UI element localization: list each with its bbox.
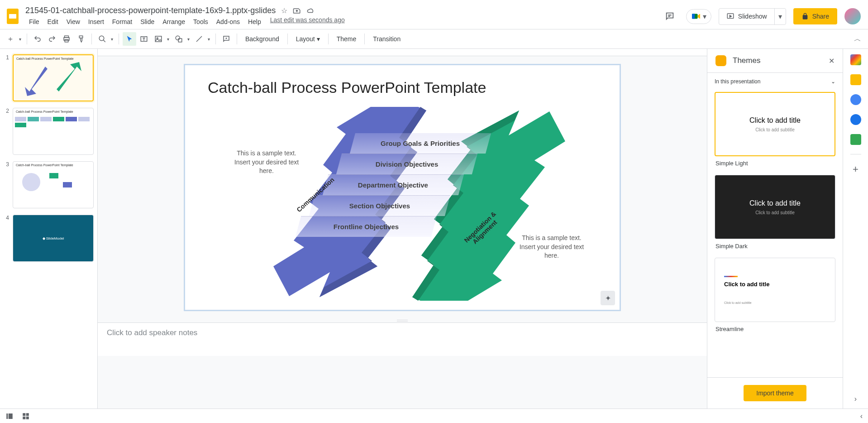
comments-icon[interactable] (661, 7, 679, 25)
menu-edit[interactable]: Edit (44, 16, 62, 27)
paint-format-button[interactable] (74, 32, 88, 46)
textbox-tool[interactable] (137, 32, 151, 46)
level-4[interactable]: Section Objectives (349, 202, 410, 210)
share-button[interactable]: Share (793, 8, 837, 24)
side-rail-collapse-icon[interactable]: › (854, 395, 857, 403)
line-tool[interactable] (192, 32, 206, 46)
document-title[interactable]: 21545-01-catchball-process-powerpoint-te… (25, 6, 276, 15)
slide-thumb-2[interactable]: Catch-ball Process PowerPoint Template (13, 108, 94, 155)
notes-placeholder: Click to add speaker notes (107, 328, 698, 337)
calendar-icon[interactable] (850, 54, 861, 65)
menu-view[interactable]: View (63, 16, 84, 27)
svg-rect-8 (155, 36, 162, 42)
svg-rect-12 (6, 413, 8, 419)
theme-streamline[interactable]: Click to add title Click to add subtitle… (715, 258, 835, 336)
collapse-filmstrip-icon[interactable]: ‹ (860, 412, 863, 420)
import-theme-button[interactable]: Import theme (744, 385, 806, 401)
thumb-number: 2 (4, 108, 9, 155)
menu-slide[interactable]: Slide (137, 16, 158, 27)
slide-thumb-3[interactable]: Catch-ball Process PowerPoint Template (13, 161, 94, 208)
menu-help[interactable]: Help (244, 16, 265, 27)
slide-thumb-4[interactable]: ◆ SlideModel (13, 215, 94, 262)
speaker-notes[interactable]: Click to add speaker notes (98, 322, 707, 356)
slide-title[interactable]: Catch-ball Process PowerPoint Template (208, 79, 486, 96)
meet-button[interactable]: ▾ (686, 9, 711, 24)
slide-thumb-1[interactable]: Catch-ball Process PowerPoint Template (13, 54, 94, 101)
title-area: 21545-01-catchball-process-powerpoint-te… (25, 6, 661, 27)
themes-title: Themes (733, 56, 822, 65)
grid-view-icon[interactable] (22, 412, 30, 420)
notes-divider[interactable] (98, 319, 707, 322)
zoom-dropdown[interactable]: ▾ (109, 37, 115, 42)
collapse-toolbar-icon[interactable]: ︿ (851, 32, 864, 46)
filmstrip-view-icon[interactable] (5, 412, 14, 420)
menu-arrange[interactable]: Arrange (159, 16, 189, 27)
svg-rect-17 (26, 416, 29, 419)
themes-panel: Themes ✕ In this presentation ⌄ Click to… (707, 49, 843, 409)
shape-dropdown[interactable]: ▾ (186, 37, 191, 42)
level-5[interactable]: Frontline Objectives (334, 223, 399, 231)
side-rail: + › (843, 49, 868, 409)
explore-button[interactable]: ✦ (601, 291, 615, 305)
new-slide-dropdown[interactable]: ▾ (17, 37, 23, 42)
level-2[interactable]: Division Objectives (376, 160, 438, 168)
themes-section-toggle[interactable]: In this presentation ⌄ (715, 77, 835, 87)
undo-button[interactable] (31, 32, 44, 46)
transition-button[interactable]: Transition (368, 33, 405, 45)
toolbar: ＋ ▾ ▾ ▾ ▾ ▾ Background Layout ▾ Theme Tr… (0, 29, 868, 49)
thumb-number: 4 (4, 215, 9, 262)
app-header: 21545-01-catchball-process-powerpoint-te… (0, 0, 868, 29)
themes-icon (715, 55, 726, 66)
image-dropdown[interactable]: ▾ (165, 37, 171, 42)
move-icon[interactable] (293, 6, 301, 15)
bottom-bar: ‹ (0, 409, 868, 423)
slideshow-dropdown[interactable]: ▾ (774, 9, 786, 24)
last-edit-link[interactable]: Last edit was seconds ago (270, 16, 345, 27)
svg-rect-14 (23, 413, 25, 416)
svg-rect-11 (178, 38, 182, 42)
svg-rect-16 (23, 416, 25, 419)
maps-icon[interactable] (850, 134, 861, 145)
thumb-number: 1 (4, 54, 9, 101)
print-button[interactable] (60, 32, 73, 46)
menu-format[interactable]: Format (109, 16, 136, 27)
new-slide-button[interactable]: ＋ (4, 32, 17, 46)
user-avatar[interactable] (844, 8, 861, 24)
menu-file[interactable]: File (25, 16, 43, 27)
slideshow-button[interactable]: Slideshow (719, 9, 774, 24)
menu-addons[interactable]: Add-ons (213, 16, 243, 27)
level-3[interactable]: Department Objective (358, 181, 428, 189)
star-icon[interactable]: ☆ (281, 6, 287, 15)
select-tool[interactable] (123, 32, 136, 46)
horizontal-ruler (98, 49, 707, 56)
add-addon-icon[interactable]: + (853, 163, 858, 175)
keep-icon[interactable] (850, 74, 861, 85)
slide-canvas[interactable]: Catch-ball Process PowerPoint Template T… (185, 65, 620, 310)
theme-simple-light[interactable]: Click to add title Click to add subtitle… (715, 92, 835, 170)
svg-point-6 (99, 36, 104, 41)
layout-button[interactable]: Layout ▾ (291, 33, 324, 45)
menu-bar: File Edit View Insert Format Slide Arran… (25, 16, 661, 27)
comment-tool[interactable] (219, 32, 233, 46)
redo-button[interactable] (45, 32, 59, 46)
svg-point-10 (176, 36, 180, 40)
background-button[interactable]: Background (241, 33, 284, 45)
tasks-icon[interactable] (850, 94, 861, 105)
close-icon[interactable]: ✕ (829, 57, 835, 65)
menu-insert[interactable]: Insert (85, 16, 108, 27)
theme-simple-dark[interactable]: Click to add title Click to add subtitle… (715, 175, 835, 253)
shape-tool[interactable] (172, 32, 186, 46)
menu-tools[interactable]: Tools (190, 16, 212, 27)
svg-rect-13 (9, 413, 13, 419)
contacts-icon[interactable] (850, 114, 861, 125)
slideshow-group: Slideshow ▾ (719, 8, 786, 25)
zoom-button[interactable] (95, 32, 109, 46)
svg-rect-1 (692, 14, 695, 19)
level-1[interactable]: Group Goals & Priorities (381, 139, 460, 147)
cloud-icon[interactable] (306, 6, 315, 15)
main-area: 1 Catch-ball Process PowerPoint Template… (0, 49, 868, 409)
line-dropdown[interactable]: ▾ (206, 37, 212, 42)
slides-logo[interactable] (4, 7, 22, 25)
theme-button[interactable]: Theme (332, 33, 361, 45)
image-tool[interactable] (152, 32, 165, 46)
